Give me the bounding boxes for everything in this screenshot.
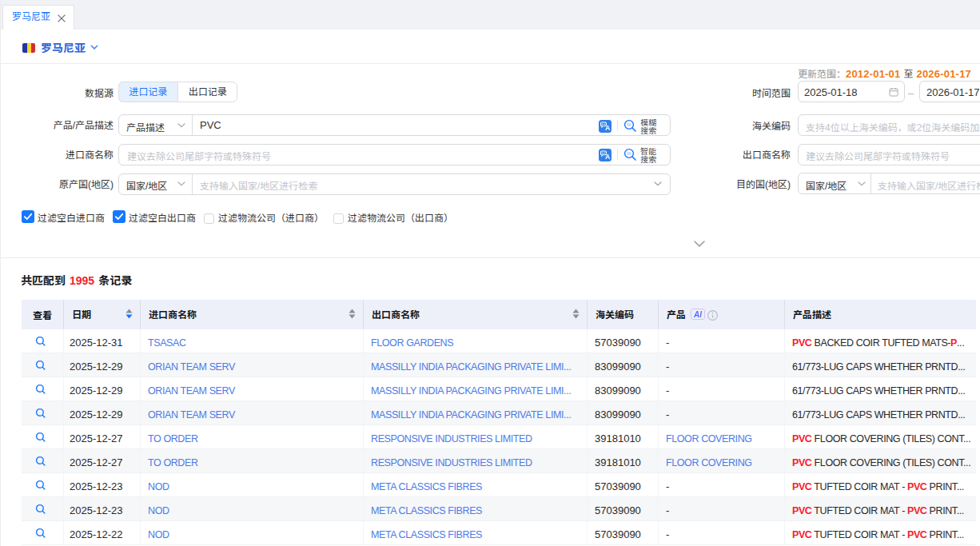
svg-text:A: A (605, 124, 610, 132)
svg-text:A: A (605, 153, 610, 161)
